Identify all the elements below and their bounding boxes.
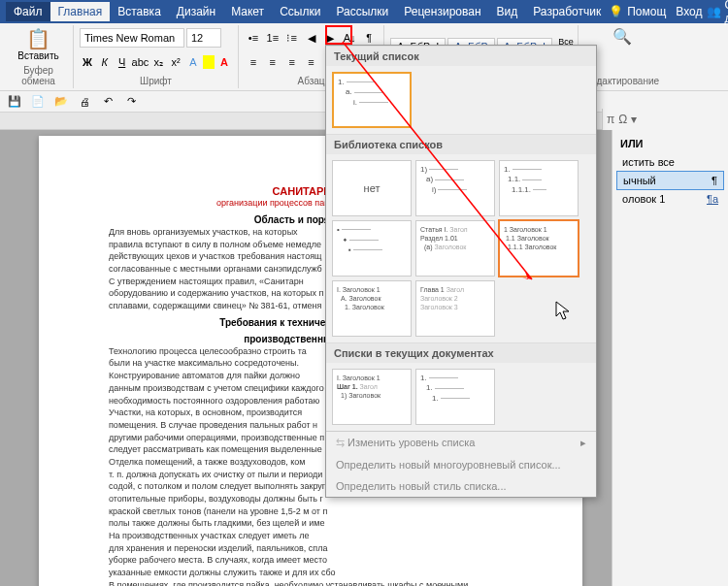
tab-file[interactable]: Файл [6,2,50,21]
align-center-button[interactable]: ≡ [264,53,281,71]
help-label[interactable]: Помощ [627,5,666,18]
qat-new-icon[interactable]: 📄 [29,93,47,111]
equation-toolbar: π Ω ▾ [602,109,728,130]
clipboard-group-label: Буфер обмена [10,65,67,86]
font-size-select[interactable] [186,28,221,48]
text-effects-button[interactable]: A [185,53,201,71]
list-preset-2[interactable]: 1. 1.1. 1.1.1. [499,160,579,216]
paste-button[interactable]: Вставить [10,50,67,61]
align-left-button[interactable]: ≡ [245,53,262,71]
bold-button[interactable]: Ж [80,53,95,71]
help-icon[interactable]: 💡 [609,5,623,18]
subscript-button[interactable]: x₂ [150,53,166,71]
numbering-button[interactable]: 1≡ [264,29,281,47]
styles-pane-title: ИЛИ [616,134,724,153]
qat-print-icon[interactable]: 🖨 [76,93,93,111]
qat-redo-icon[interactable]: ↷ [122,93,140,111]
tab-layout[interactable]: Макет [223,2,272,21]
tab-design[interactable]: Дизайн [169,2,223,21]
doc-text: На производственных участках следует име… [93,531,528,542]
list-preset-5[interactable]: 1 Заголовок 1 1.1 Заголовок 1.1.1 Заголо… [499,220,579,277]
italic-button[interactable]: К [97,53,113,71]
bullets-button[interactable]: •≡ [245,29,262,47]
paste-icon[interactable]: 📋 [10,27,67,50]
doc-text: для хранения и переноски изделий, паяльн… [93,543,528,555]
strike-button[interactable]: abc [132,53,149,71]
superscript-button[interactable]: x² [168,53,183,71]
login-button[interactable]: Вход [676,5,702,18]
qat-save-icon[interactable]: 💾 [6,93,23,111]
link-style-icon: ¶a [707,193,718,205]
style-heading1-item[interactable]: оловок 1¶a [616,190,724,208]
pi-icon[interactable]: π [607,113,614,126]
cursor-icon [555,301,573,326]
list-preset-1[interactable]: 1) a) i) [415,160,495,216]
justify-button[interactable]: ≡ [303,53,320,71]
list-preset-doc1[interactable]: I. Заголовок 1 Шаг 1. Загол 1) Заголовок [332,369,412,425]
styles-pane: ИЛИ истить все ычный¶ оловок 1¶a [612,130,728,586]
tab-review[interactable]: Рецензирован [396,2,488,21]
doc-text: краской светлых тонов (панели на уровне … [93,506,528,518]
equation-more-icon[interactable]: ▾ [631,113,637,126]
tab-references[interactable]: Ссылки [272,2,328,21]
pilcrow-icon: ¶ [711,175,717,186]
doc-text: уборке рабочего места. В случаях, когда … [93,555,528,567]
share-button[interactable]: Общий доступ [725,0,729,25]
decrease-indent-button[interactable]: ◀ [303,29,320,47]
align-right-button[interactable]: ≡ [283,53,301,71]
list-preset-3[interactable]: • ⬥ ▪ [332,220,412,277]
omega-icon[interactable]: Ω [618,113,627,126]
dropdown-section-library: Библиотека списков [326,134,596,154]
font-color-button[interactable]: A [216,53,232,71]
define-new-list-style[interactable]: Определить новый стиль списка... [326,475,596,497]
tab-developer[interactable]: Разработчик [525,2,609,21]
dropdown-section-docs: Списки в текущих документах [326,342,596,363]
doc-text: В помещениях, где производится пайка, не… [93,580,528,586]
tab-view[interactable]: Вид [489,2,526,21]
underline-button[interactable]: Ч [115,53,130,71]
multilevel-list-dropdown: Текущий список 1. a. i. Библиотека списк… [325,45,597,498]
font-group-label: Шрифт [80,76,232,86]
highlight-button[interactable] [203,55,215,69]
list-preset-current[interactable]: 1. a. i. [332,72,412,128]
define-new-multilevel[interactable]: Определить новый многоуровневый список..… [326,454,596,475]
change-list-level[interactable]: ⇆ Изменить уровень списка▸ [326,432,596,454]
tab-insert[interactable]: Вставка [110,2,169,21]
multilevel-button[interactable]: ⁝≡ [283,29,301,47]
list-preset-none[interactable]: нет [332,160,412,216]
style-normal-item[interactable]: ычный¶ [616,171,724,190]
style-clear-all[interactable]: истить все [616,153,724,171]
list-preset-6[interactable]: I. Заголовок 1 A. Заголовок 1. Заголовок [332,280,412,337]
doc-text: полы также должны быть гладкими, без щел… [93,518,528,530]
qat-undo-icon[interactable]: ↶ [99,93,116,111]
list-preset-7[interactable]: Глава 1 Загол Заголовок 2 Заголовок 3 [415,280,495,337]
tab-mailings[interactable]: Рассылки [328,2,396,21]
list-preset-4[interactable]: Статья I. Загол Раздел 1.01 (a) Заголово… [415,220,495,277]
doc-text: указанные емкости должны служить также и… [93,568,528,579]
multilevel-list-highlight [325,25,352,45]
find-icon[interactable]: 🔍 [584,27,660,46]
qat-open-icon[interactable]: 📂 [52,93,70,111]
share-icon: 👥 [707,5,721,18]
dropdown-section-current: Текущий список [326,46,596,66]
list-preset-doc2[interactable]: 1. 1. 1. [415,369,495,425]
font-name-select[interactable] [80,28,184,48]
tab-home[interactable]: Главная [50,2,111,21]
title-bar: Файл Главная Вставка Дизайн Макет Ссылки… [0,0,728,23]
